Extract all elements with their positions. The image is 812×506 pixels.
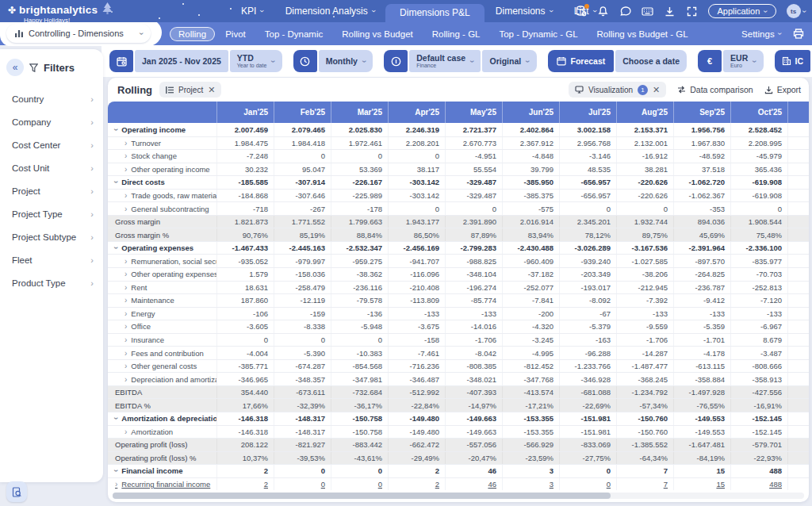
table-cell: -1.027.585 <box>616 255 673 267</box>
table-cell: -716.236 <box>388 360 445 373</box>
column-header[interactable]: Sep'25 <box>673 102 730 123</box>
filter-item-fleet[interactable]: Fleet› <box>0 248 103 271</box>
topnav-item-dimensions-p-l[interactable]: Dimensions P&L <box>385 4 485 22</box>
filter-item-cost-unit[interactable]: Cost Unit› <box>0 156 103 179</box>
table-cell: -959.275 <box>331 255 388 267</box>
horizontal-scrollbar[interactable] <box>113 493 804 499</box>
application-select[interactable]: Application › <box>708 4 776 18</box>
currency-icon[interactable]: € <box>698 50 722 72</box>
table-cell: -150.758 <box>331 412 388 425</box>
chevron-right-icon[interactable]: › <box>124 322 127 331</box>
visualization-chip[interactable]: Visualization 1 ✕ <box>569 82 666 98</box>
column-header[interactable]: Jul'25 <box>559 102 616 123</box>
scrollbar-thumb[interactable] <box>113 493 611 499</box>
forecast-button[interactable]: Forecast <box>548 50 615 72</box>
chevron-right-icon[interactable]: › <box>124 139 127 148</box>
chevron-right-icon[interactable]: › <box>124 270 127 278</box>
calendar-range-icon[interactable] <box>109 50 133 72</box>
column-header[interactable]: Jun'25 <box>502 102 559 123</box>
row-label: ›Other operating expenses <box>108 268 216 281</box>
version-select[interactable]: Original › <box>482 50 536 72</box>
settings-menu[interactable]: Settings › <box>741 29 781 39</box>
chevron-right-icon[interactable]: › <box>124 362 127 370</box>
column-header[interactable]: Mar'25 <box>331 102 388 123</box>
column-header[interactable]: Apr'25 <box>388 102 445 123</box>
keyboard-icon[interactable] <box>642 6 653 17</box>
choose-date-button[interactable]: Choose a date <box>615 50 687 72</box>
period-select[interactable]: Monthly › <box>319 50 373 72</box>
table-cell: -2.445.163 <box>274 242 331 255</box>
collapse-sidebar-button[interactable]: « <box>6 59 24 76</box>
chevron-right-icon[interactable]: › <box>124 309 127 318</box>
case-select[interactable]: Default caseFinance › <box>409 50 481 72</box>
filter-item-project-type[interactable]: Project Type› <box>0 202 103 225</box>
logo[interactable]: ✤ brightanalytics Happy Holidays! <box>8 2 113 24</box>
download-icon[interactable] <box>664 6 676 17</box>
row-label-text[interactable]: Recurring financial income <box>121 480 210 489</box>
ytd-select[interactable]: YTDYear to date › <box>230 50 282 72</box>
close-icon[interactable]: ✕ <box>208 85 215 95</box>
chevron-down-icon[interactable]: › <box>112 181 121 183</box>
date-range-chip[interactable]: Jan 2025 - Nov 2025 <box>135 50 228 72</box>
report-tab-top-dynamic[interactable]: Top - Dynamic <box>256 27 332 41</box>
table-cell: -1.062.720 <box>673 176 730 189</box>
table-cell: -385.950 <box>502 176 559 189</box>
table-cell: -3.146 <box>559 150 616 163</box>
chevron-down-icon[interactable]: › <box>112 247 121 249</box>
report-select[interactable]: Controlling - Dimensions › <box>6 24 151 43</box>
column-header[interactable]: May'25 <box>445 102 502 123</box>
intercompany-chip[interactable]: IC <box>775 50 811 72</box>
doc-search-button[interactable] <box>6 481 27 502</box>
filter-item-project[interactable]: Project› <box>0 179 103 202</box>
column-header[interactable]: Feb'25 <box>274 102 331 123</box>
column-header[interactable]: Aug'25 <box>616 102 673 123</box>
chevron-right-icon[interactable]: › <box>124 283 127 292</box>
data-comparison-button[interactable]: Data comparison <box>677 85 753 94</box>
report-tab-pivot[interactable]: Pivot <box>216 27 255 41</box>
report-tab-top-dynamic-gl[interactable]: Top - Dynamic - GL <box>490 27 586 41</box>
topnav-item-dimension-analysis[interactable]: Dimension Analysis› <box>274 0 385 22</box>
ic-label: IC <box>795 56 804 66</box>
chevron-right-icon[interactable]: › <box>124 375 127 384</box>
clock-icon[interactable] <box>293 50 317 72</box>
chevron-down-icon[interactable]: › <box>112 470 121 472</box>
chevron-down-icon[interactable]: › <box>112 128 121 131</box>
chevron-right-icon[interactable]: › <box>124 151 127 160</box>
chevron-right-icon[interactable]: › <box>124 205 127 213</box>
report-tab-rolling-gl[interactable]: Rolling - GL <box>423 27 489 41</box>
filter-item-cost-center[interactable]: Cost Center› <box>0 133 103 156</box>
filter-item-country[interactable]: Country› <box>0 87 103 110</box>
dimension-chip-project[interactable]: Project ✕ <box>159 82 221 98</box>
report-tab-rolling-vs-budget[interactable]: Rolling vs Budget <box>333 27 422 41</box>
scenario-icon[interactable] <box>384 50 408 72</box>
topnav-item-kpi[interactable]: KPI› <box>230 0 274 22</box>
chevron-right-icon[interactable]: › <box>124 257 127 266</box>
user-menu[interactable]: ts › <box>787 4 806 18</box>
currency-select[interactable]: EUREuro › <box>723 50 764 72</box>
chevron-right-icon[interactable]: › <box>124 349 127 358</box>
print-icon[interactable] <box>792 28 804 40</box>
chevron-right-icon[interactable]: › <box>124 191 127 200</box>
database-icon[interactable] <box>575 6 587 17</box>
close-icon[interactable]: ✕ <box>653 85 660 95</box>
table-cell: -7.392 <box>616 294 673 307</box>
chevron-right-icon[interactable]: › <box>124 427 127 436</box>
filter-item-product-type[interactable]: Product Type› <box>0 271 103 294</box>
topnav-item-dimensions[interactable]: Dimensions› <box>485 0 563 22</box>
export-button[interactable]: Export <box>764 85 801 94</box>
chevron-right-icon[interactable]: › <box>115 480 117 489</box>
chevron-right-icon[interactable]: › <box>124 296 127 305</box>
filter-item-company[interactable]: Company› <box>0 110 103 133</box>
chevron-down-icon[interactable]: › <box>112 417 121 420</box>
column-header[interactable]: Jan'25 <box>216 102 274 123</box>
bell-icon[interactable] <box>597 6 609 17</box>
fullscreen-icon[interactable] <box>686 6 698 17</box>
table-cell: -20,47% <box>445 452 502 465</box>
chevron-right-icon[interactable]: › <box>124 335 127 344</box>
chevron-right-icon[interactable]: › <box>124 165 127 174</box>
report-tab-rolling-vs-budget-gl[interactable]: Rolling vs Budget - GL <box>588 27 697 41</box>
filter-item-project-subtype[interactable]: Project Subtype› <box>0 225 103 248</box>
report-tab-rolling[interactable]: Rolling <box>170 27 215 41</box>
chat-icon[interactable] <box>619 6 631 17</box>
column-header[interactable]: Oct'25 <box>730 102 787 123</box>
